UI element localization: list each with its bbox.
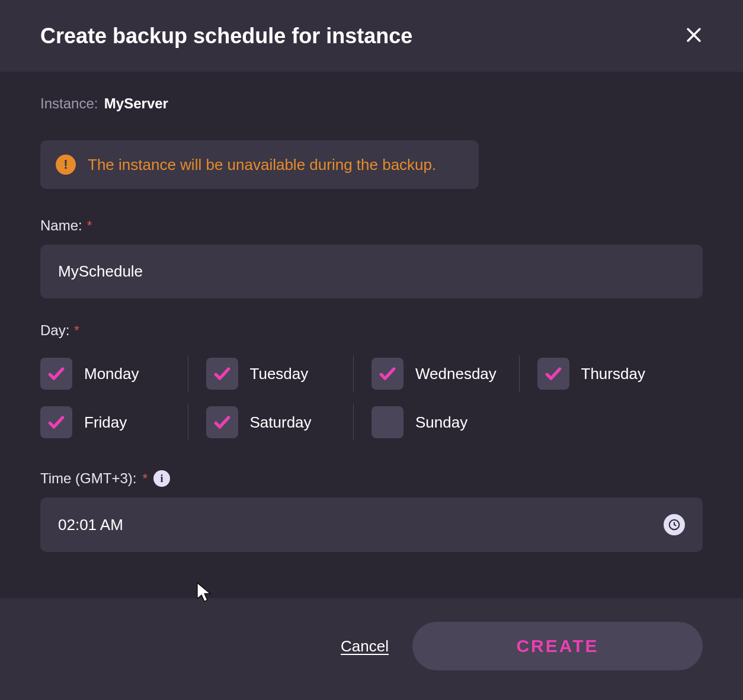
checkbox-friday[interactable] [40,406,72,438]
day-label: Day: * [40,322,703,339]
check-icon [213,364,232,383]
time-value: 02:01 AM [58,516,123,534]
check-icon [378,364,397,383]
check-icon [213,413,232,432]
modal-footer: Cancel CREATE [0,598,743,700]
day-item-wednesday: Wednesday [372,349,537,398]
close-button[interactable] [680,21,707,50]
day-label-text: Day: [40,322,69,339]
day-item-thursday: Thursday [537,349,703,398]
day-label-sunday: Sunday [415,413,467,432]
time-input[interactable]: 02:01 AM [40,497,703,552]
day-label-thursday: Thursday [581,365,645,383]
day-label-monday: Monday [84,365,139,383]
warning-icon: ! [56,155,76,175]
checkbox-sunday[interactable] [372,406,403,438]
required-mark: * [74,323,79,338]
day-item-monday: Monday [40,349,206,398]
instance-label: Instance: [40,95,98,111]
create-backup-schedule-modal: Create backup schedule for instance Inst… [0,0,743,700]
modal-title: Create backup schedule for instance [40,24,412,49]
checkbox-wednesday[interactable] [372,358,403,390]
warning-text: The instance will be unavailable during … [88,156,436,174]
day-item-sunday: Sunday [372,398,537,447]
time-label-row: Time (GMT+3): * i [40,470,703,487]
checkbox-monday[interactable] [40,358,72,390]
day-item-tuesday: Tuesday [206,349,372,398]
warning-banner: ! The instance will be unavailable durin… [40,140,479,189]
close-icon [684,25,704,45]
day-item-saturday: Saturday [206,398,372,447]
check-icon [47,364,66,383]
day-item-friday: Friday [40,398,206,447]
modal-body: Instance: MyServer ! The instance will b… [0,72,743,598]
name-input[interactable] [40,245,703,298]
checkbox-thursday[interactable] [537,358,569,390]
required-mark: * [142,471,148,486]
day-label-friday: Friday [84,413,127,432]
checkbox-saturday[interactable] [206,406,238,438]
day-field-group: Day: * Monday Tuesday [40,322,703,447]
day-label-wednesday: Wednesday [415,365,497,383]
days-grid: Monday Tuesday Wednesday [40,349,703,447]
day-label-saturday: Saturday [250,413,312,432]
check-icon [544,364,563,383]
time-field-group: Time (GMT+3): * i 02:01 AM [40,470,703,552]
name-label: Name: * [40,217,703,234]
day-label-tuesday: Tuesday [250,365,309,383]
create-button[interactable]: CREATE [412,622,703,670]
name-label-text: Name: [40,217,82,234]
clock-icon[interactable] [664,514,685,535]
modal-header: Create backup schedule for instance [0,0,743,72]
name-field-group: Name: * [40,217,703,298]
instance-name: MyServer [104,95,168,111]
time-label: Time (GMT+3): [40,470,136,487]
checkbox-tuesday[interactable] [206,358,238,390]
required-mark: * [87,218,92,233]
instance-row: Instance: MyServer [40,95,703,112]
check-icon [47,413,66,432]
cancel-button[interactable]: Cancel [341,637,389,656]
info-icon[interactable]: i [153,470,170,487]
